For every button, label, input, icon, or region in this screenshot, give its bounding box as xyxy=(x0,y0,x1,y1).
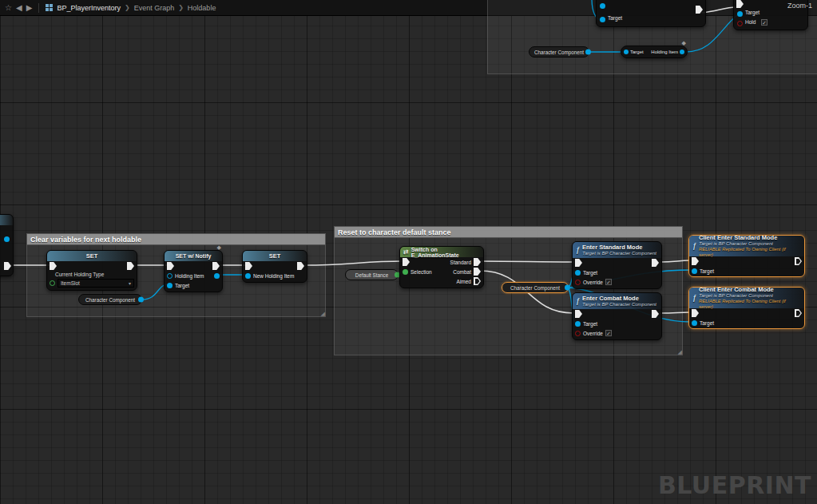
pin-label: Target xyxy=(608,15,622,21)
target-pin[interactable] xyxy=(692,320,697,326)
target-pin[interactable] xyxy=(624,50,629,54)
exec-row: Standard xyxy=(400,257,483,267)
pin-label: Holding Item xyxy=(175,273,204,279)
pin-row: Target xyxy=(573,268,661,277)
override-pin[interactable] xyxy=(575,280,581,285)
function-icon: ƒ xyxy=(692,295,696,302)
output-pin[interactable] xyxy=(585,50,591,55)
exec-row xyxy=(689,308,804,318)
exec-row xyxy=(573,258,661,268)
override-pin[interactable] xyxy=(575,331,581,336)
output-pin[interactable] xyxy=(4,236,10,242)
forward-icon[interactable]: ▶ xyxy=(26,0,33,16)
variable-label: Character Component xyxy=(534,50,584,55)
exec-in-pin[interactable] xyxy=(692,257,699,265)
comment-title: Reset to character default stance xyxy=(338,228,451,236)
pin-row: Target xyxy=(165,280,222,290)
output-pin[interactable] xyxy=(680,50,684,54)
node-title: Enter Combat Mode xyxy=(582,296,656,302)
target-pin[interactable] xyxy=(600,17,605,22)
pin-row: Holding Item xyxy=(165,271,222,280)
output-pin[interactable] xyxy=(138,297,144,303)
hold-pin[interactable] xyxy=(737,21,743,26)
comment-header[interactable]: Reset to character default stance xyxy=(334,226,683,238)
variable-node-character-component[interactable]: Character Component xyxy=(529,46,589,58)
override-checkbox[interactable]: ✓ xyxy=(605,279,612,285)
exec-out-pin[interactable] xyxy=(795,257,802,265)
node-client-enter-combat-mode[interactable]: ƒ Client Enter Combat Mode Target is BP … xyxy=(688,287,805,329)
enum-dropdown[interactable]: ItemSlot ▾ xyxy=(58,279,134,288)
hold-checkbox[interactable]: ✓ xyxy=(761,19,767,26)
resize-handle-icon[interactable]: ◢ xyxy=(678,349,682,355)
variable-node-default-stance[interactable]: Default Stance xyxy=(345,269,399,280)
node-top-left-partial[interactable]: Target xyxy=(596,0,706,27)
node-header xyxy=(0,215,13,225)
exec-out-pin[interactable] xyxy=(127,262,134,270)
node-set-current-holding-type[interactable]: SET Current Holding Type ItemSlot ▾ xyxy=(46,250,137,291)
pin-label: Selection xyxy=(410,269,432,275)
pin-label: Target xyxy=(175,283,189,288)
node-header: SET xyxy=(243,251,307,261)
exec-out-pin[interactable] xyxy=(652,259,659,267)
exec-out-pin[interactable] xyxy=(795,309,802,317)
comment-header[interactable]: Clear variables for next holdable xyxy=(26,233,326,245)
output-pin[interactable] xyxy=(214,273,220,279)
variable-node-character-component[interactable]: Character Component xyxy=(78,294,142,305)
breadcrumb-root[interactable]: BP_PlayerInventory xyxy=(57,4,121,12)
enum-input-pin[interactable] xyxy=(50,280,55,286)
breadcrumb-event-graph[interactable]: Event Graph xyxy=(134,4,175,12)
exec-out-pin[interactable] xyxy=(4,262,11,270)
exec-in-pin[interactable] xyxy=(575,310,582,318)
target-pin[interactable] xyxy=(737,11,743,17)
aimed-exec-out-pin[interactable] xyxy=(474,277,481,285)
favorite-star-icon[interactable]: ☆ xyxy=(5,0,12,16)
exec-in-pin[interactable] xyxy=(575,259,582,267)
back-icon[interactable]: ◀ xyxy=(16,0,22,16)
blueprint-watermark: BLUEPRINT xyxy=(658,471,811,499)
combat-exec-out-pin[interactable] xyxy=(474,268,481,276)
exec-in-pin[interactable] xyxy=(692,309,699,317)
node-header: ƒ Enter Combat Mode Target is BP Charact… xyxy=(573,293,661,309)
input-pin[interactable] xyxy=(600,3,605,9)
pin-row: New Holding Item xyxy=(243,271,307,280)
breadcrumb-holdable[interactable]: Holdable xyxy=(188,4,216,12)
target-pin[interactable] xyxy=(692,268,697,274)
exec-in-pin[interactable] xyxy=(167,262,174,270)
exec-row xyxy=(165,261,222,271)
exec-in-pin[interactable] xyxy=(403,258,410,266)
node-set-new-holding-item[interactable]: SET New Holding Item xyxy=(242,250,307,283)
selection-pin[interactable] xyxy=(403,269,408,275)
holding-item-pin[interactable] xyxy=(167,273,173,279)
pin-row: Target xyxy=(689,318,804,327)
node-subtitle: Target is BP Character Component xyxy=(582,302,656,308)
target-pin[interactable] xyxy=(575,270,581,276)
target-pin[interactable] xyxy=(575,321,581,327)
node-set-w-notify[interactable]: ◆ SET w/ Notify Holding Item Target xyxy=(164,250,223,292)
variable-label: Character Component xyxy=(85,297,135,303)
node-set-holding-item-compact[interactable]: ◆ Target Holding Item xyxy=(621,46,688,58)
output-pin[interactable] xyxy=(565,285,570,291)
node-switch-animation-state[interactable]: ⇄ Switch on E_AnimationState Standard Se… xyxy=(399,246,484,288)
standard-exec-out-pin[interactable] xyxy=(474,258,481,266)
node-title: SET w/ Notify xyxy=(176,253,212,259)
node-enter-combat-mode[interactable]: ƒ Enter Combat Mode Target is BP Charact… xyxy=(572,292,662,340)
override-checkbox[interactable]: ✓ xyxy=(605,330,612,336)
exec-in-pin[interactable] xyxy=(245,262,252,270)
pin-label: Aimed xyxy=(457,279,471,284)
node-title: Client Enter Combat Mode xyxy=(699,287,801,293)
node-left-partial[interactable] xyxy=(0,214,14,276)
exec-out-pin[interactable] xyxy=(212,262,220,270)
new-holding-item-pin[interactable] xyxy=(245,273,251,279)
node-enter-standard-mode[interactable]: ƒ Enter Standard Mode Target is BP Chara… xyxy=(572,241,662,289)
node-title: Switch on E_AnimationState xyxy=(411,247,480,258)
exec-out-pin[interactable] xyxy=(297,262,304,270)
target-pin[interactable] xyxy=(167,283,173,288)
variable-node-character-component-selected[interactable]: Character Component xyxy=(502,282,569,293)
exec-out-pin[interactable] xyxy=(696,6,703,14)
function-icon: ƒ xyxy=(576,247,580,254)
resize-handle-icon[interactable]: ◢ xyxy=(321,311,325,317)
exec-out-pin[interactable] xyxy=(652,310,659,318)
node-client-enter-standard-mode[interactable]: ƒ Client Enter Standard Mode Target is B… xyxy=(688,235,805,277)
exec-in-pin[interactable] xyxy=(736,0,744,8)
exec-in-pin[interactable] xyxy=(50,262,57,270)
